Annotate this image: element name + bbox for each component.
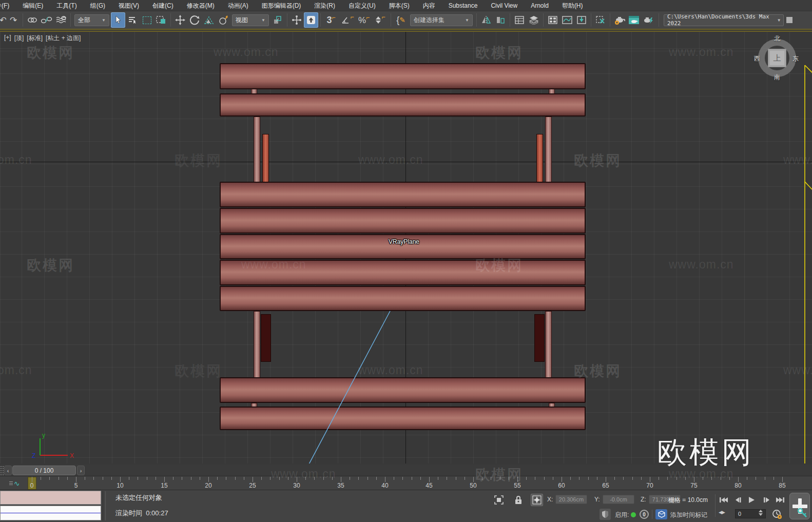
- scene-explorer-icon[interactable]: [512, 12, 527, 28]
- menu-item-17[interactable]: 帮助(H): [555, 0, 590, 11]
- bench-leg[interactable]: [261, 314, 271, 362]
- toolbar-grip[interactable]: [0, 466, 4, 475]
- pivot-center-icon[interactable]: [270, 12, 285, 28]
- enable-status-dot[interactable]: [631, 512, 636, 517]
- bench-plank[interactable]: [220, 63, 586, 89]
- menu-item-15[interactable]: Civil View: [484, 0, 524, 11]
- layer-explorer-icon[interactable]: [527, 12, 541, 28]
- bench-leg[interactable]: [262, 134, 269, 182]
- toolbar-overflow-icon[interactable]: [785, 12, 792, 28]
- snap-3d-icon[interactable]: 3⌐: [323, 12, 339, 28]
- viewcube[interactable]: 上 北 南 西 东: [757, 38, 797, 78]
- rect-region-icon[interactable]: [140, 12, 154, 28]
- key-mode-toggle[interactable]: ◀▶: [719, 510, 725, 515]
- ribbon-icon[interactable]: [546, 12, 560, 28]
- scale-icon[interactable]: [202, 12, 216, 28]
- notification-count-badge[interactable]: 0: [640, 510, 649, 519]
- shield-icon[interactable]: [600, 509, 611, 520]
- lock-selection-icon[interactable]: [512, 494, 525, 506]
- x-coord-field[interactable]: 20.306cm: [555, 495, 587, 504]
- maxscript-macro-recorder[interactable]: [0, 491, 101, 505]
- menu-item-12[interactable]: 脚本(S): [382, 0, 416, 11]
- go-to-start-button[interactable]: [718, 494, 730, 506]
- time-tag-cube-icon[interactable]: [655, 509, 667, 519]
- bench-model[interactable]: [0, 32, 812, 463]
- unlink-selection-icon[interactable]: [40, 12, 54, 28]
- reference-coord-dropdown[interactable]: 视图▼: [232, 14, 269, 26]
- viewport-top[interactable]: [+] [顶] [标准] [粘土 + 边面] VRayPlane X y Z 上: [0, 31, 812, 463]
- menu-item-6[interactable]: 创建(C): [146, 0, 180, 11]
- viewcube-top-face[interactable]: 上: [768, 49, 786, 67]
- next-frame-button[interactable]: [761, 494, 773, 506]
- menu-item-3[interactable]: 工具(T): [50, 0, 83, 11]
- go-to-end-button[interactable]: [774, 494, 786, 506]
- menu-item-9[interactable]: 图形编辑器(D): [255, 0, 308, 11]
- y-coord-field[interactable]: -0.0cm: [603, 495, 634, 504]
- time-slider-handle[interactable]: 0 / 100: [12, 466, 76, 475]
- bench-leg[interactable]: [534, 314, 545, 362]
- play-button[interactable]: [745, 494, 758, 506]
- move-icon[interactable]: [173, 12, 187, 28]
- menu-item-11[interactable]: 自定义(U): [342, 0, 382, 11]
- bench-leg[interactable]: [254, 117, 260, 182]
- viewcube-north-label[interactable]: 北: [774, 34, 780, 43]
- isolate-selection-icon[interactable]: [493, 494, 505, 506]
- viewcube-south-label[interactable]: 南: [774, 73, 780, 82]
- angle-snap-icon[interactable]: ⌐: [339, 12, 356, 28]
- listener-splitter[interactable]: [103, 491, 106, 520]
- add-set-key-button[interactable]: [789, 493, 810, 519]
- bind-spacewarp-icon[interactable]: [54, 12, 68, 28]
- add-time-tag[interactable]: 添加时间标记: [670, 511, 707, 519]
- viewport-menu-pov[interactable]: [顶]: [14, 34, 24, 43]
- next-frame-arrow[interactable]: ›: [77, 466, 85, 475]
- schematic-view-icon[interactable]: [574, 12, 589, 28]
- align-icon[interactable]: [493, 12, 508, 28]
- render-production-icon[interactable]: [641, 12, 655, 28]
- menu-item-7[interactable]: 修改器(M): [180, 0, 221, 11]
- material-editor-icon[interactable]: [612, 12, 627, 28]
- select-by-name-icon[interactable]: [125, 12, 140, 28]
- bench-plank[interactable]: [220, 260, 586, 285]
- manipulate-icon[interactable]: [289, 12, 304, 28]
- maxscript-listener[interactable]: [0, 506, 101, 520]
- window-crossing-icon[interactable]: [154, 12, 168, 28]
- redo-icon[interactable]: ↷: [6, 12, 21, 28]
- time-configuration-icon[interactable]: [771, 509, 783, 520]
- bench-plank[interactable]: [220, 377, 586, 403]
- bench-plank[interactable]: [220, 93, 586, 117]
- select-object-icon[interactable]: [111, 12, 125, 28]
- menu-item-5[interactable]: 视图(V): [112, 0, 146, 11]
- menu-item-16[interactable]: Arnold: [524, 0, 555, 11]
- bench-plank[interactable]: [220, 182, 586, 207]
- render-setup-icon[interactable]: [627, 12, 641, 28]
- absolute-offset-toggle-icon[interactable]: [531, 494, 543, 506]
- undo-icon[interactable]: ↶: [0, 12, 6, 28]
- select-place-icon[interactable]: [216, 12, 230, 28]
- viewcube-west-label[interactable]: 西: [754, 54, 760, 63]
- viewcube-east-label[interactable]: 东: [792, 54, 799, 63]
- bench-leg[interactable]: [545, 311, 552, 378]
- bench-plank[interactable]: [220, 407, 586, 430]
- menu-item-13[interactable]: 内容: [416, 0, 442, 11]
- previous-frame-button[interactable]: [732, 494, 744, 506]
- menu-item-14[interactable]: Substance: [442, 0, 485, 11]
- selection-set-dropdown[interactable]: 创建选择集▼: [410, 14, 473, 26]
- menu-item-1[interactable]: 文件(F): [0, 0, 16, 11]
- select-link-icon[interactable]: [25, 12, 40, 28]
- previous-frame-arrow[interactable]: ‹: [4, 466, 12, 475]
- bench-plank[interactable]: [220, 286, 586, 311]
- viewport-menu-shading[interactable]: [粘土 + 边面]: [46, 34, 81, 43]
- frame-spinner[interactable]: [759, 510, 763, 516]
- mini-curve-editor-button[interactable]: ∿: [3, 477, 26, 489]
- viewport-menu-renderer[interactable]: [标准]: [27, 34, 43, 43]
- bench-leg[interactable]: [545, 117, 552, 182]
- material-navigator-icon[interactable]: [593, 12, 608, 28]
- bench-leg[interactable]: [254, 311, 260, 378]
- menu-item-4[interactable]: 组(G): [84, 0, 112, 11]
- project-folder-dropdown[interactable]: C:\Users\Han\Documents\3ds Max 2022▼: [664, 14, 784, 26]
- keyboard-override-icon[interactable]: [304, 12, 318, 28]
- percent-snap-icon[interactable]: %⌐: [356, 12, 372, 28]
- menu-item-10[interactable]: 渲染(R): [307, 0, 342, 11]
- selection-filter-dropdown[interactable]: 全部▼: [74, 14, 109, 26]
- named-selection-sets-icon[interactable]: {✎: [393, 12, 409, 28]
